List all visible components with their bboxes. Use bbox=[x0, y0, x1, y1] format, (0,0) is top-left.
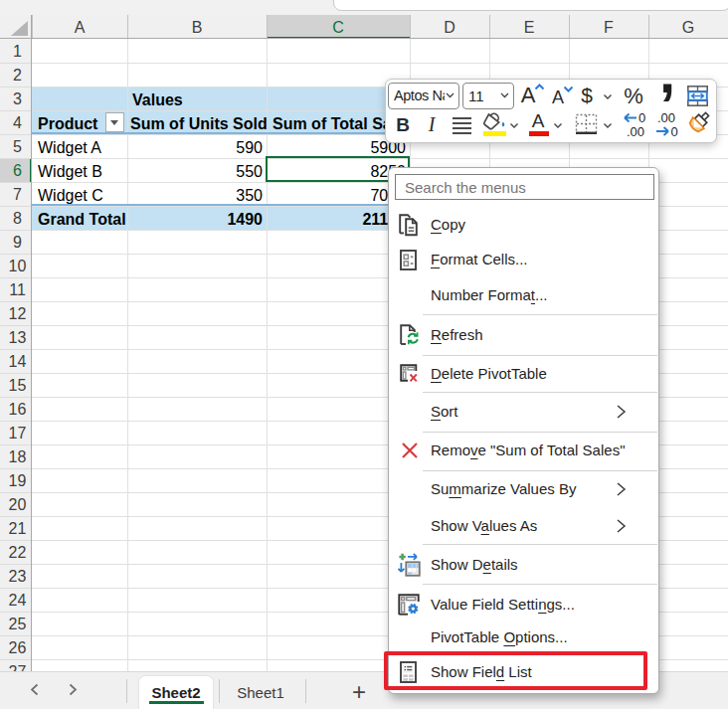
svg-text:0: 0 bbox=[671, 124, 678, 137]
svg-text:.00: .00 bbox=[627, 124, 644, 137]
